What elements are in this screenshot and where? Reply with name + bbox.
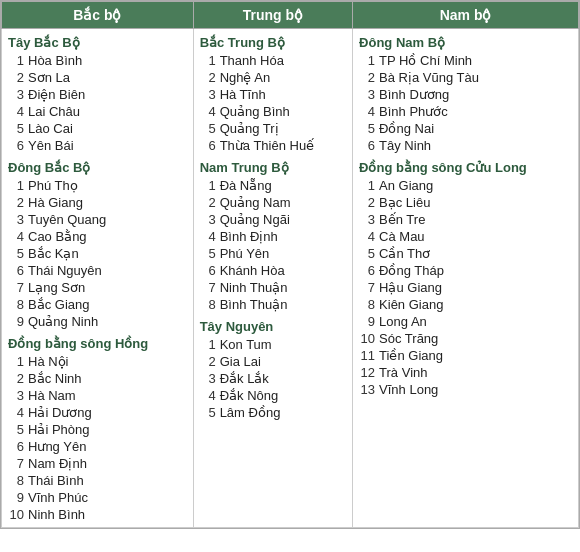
- list-item: 1Đà Nẵng: [200, 177, 346, 194]
- item-name: Bà Rịa Vũng Tàu: [379, 70, 479, 85]
- list-item: 1Thanh Hóa: [200, 52, 346, 69]
- item-name: Sơn La: [28, 70, 70, 85]
- main-table-container: Bắc bộ Trung bộ Nam bộ Tây Bắc Bộ1Hòa Bì…: [0, 0, 580, 529]
- list-item: 5Đồng Nai: [359, 120, 572, 137]
- item-number: 2: [8, 371, 24, 386]
- section-title: Đồng bằng sông Cửu Long: [359, 160, 572, 175]
- list-item: 3Hà Nam: [8, 387, 187, 404]
- item-name: Cần Thơ: [379, 246, 430, 261]
- item-number: 2: [359, 70, 375, 85]
- list-item: 7Hậu Giang: [359, 279, 572, 296]
- item-name: Quảng Bình: [220, 104, 290, 119]
- item-name: Hải Dương: [28, 405, 92, 420]
- item-name: Điện Biên: [28, 87, 85, 102]
- item-number: 6: [8, 263, 24, 278]
- item-name: Đắk Lắk: [220, 371, 269, 386]
- list-item: 6Khánh Hòa: [200, 262, 346, 279]
- item-number: 2: [200, 354, 216, 369]
- header-bac-bo: Bắc bộ: [2, 2, 194, 29]
- col-bac-bo: Tây Bắc Bộ1Hòa Bình2Sơn La3Điện Biên4Lai…: [2, 29, 194, 528]
- list-item: 6Thái Nguyên: [8, 262, 187, 279]
- col-nam-bo: Đông Nam Bộ1TP Hồ Chí Minh2Bà Rịa Vũng T…: [353, 29, 579, 528]
- item-name: Lạng Sơn: [28, 280, 85, 295]
- item-name: Bắc Kạn: [28, 246, 79, 261]
- list-item: 5Phú Yên: [200, 245, 346, 262]
- item-name: Tuyên Quang: [28, 212, 106, 227]
- item-number: 1: [8, 354, 24, 369]
- list-item: 4Quảng Bình: [200, 103, 346, 120]
- item-number: 10: [359, 331, 375, 346]
- list-item: 5Lâm Đồng: [200, 404, 346, 421]
- item-number: 9: [359, 314, 375, 329]
- list-item: 3Đắk Lắk: [200, 370, 346, 387]
- list-item: 1TP Hồ Chí Minh: [359, 52, 572, 69]
- item-number: 3: [200, 87, 216, 102]
- item-number: 9: [8, 490, 24, 505]
- item-number: 2: [8, 70, 24, 85]
- item-number: 2: [200, 70, 216, 85]
- list-item: 3Tuyên Quang: [8, 211, 187, 228]
- item-name: Hòa Bình: [28, 53, 82, 68]
- section-title: Nam Trung Bộ: [200, 160, 346, 175]
- item-name: Bình Thuận: [220, 297, 288, 312]
- item-number: 5: [200, 405, 216, 420]
- section-title: Tây Nguyên: [200, 319, 346, 334]
- item-number: 6: [200, 138, 216, 153]
- item-name: Lai Châu: [28, 104, 80, 119]
- item-number: 4: [200, 229, 216, 244]
- item-number: 6: [200, 263, 216, 278]
- list-item: 13Vĩnh Long: [359, 381, 572, 398]
- item-number: 3: [8, 388, 24, 403]
- item-name: Thái Nguyên: [28, 263, 102, 278]
- item-number: 11: [359, 348, 375, 363]
- item-number: 8: [8, 297, 24, 312]
- list-item: 7Nam Định: [8, 455, 187, 472]
- list-item: 9Quảng Ninh: [8, 313, 187, 330]
- list-item: 4Bình Phước: [359, 103, 572, 120]
- list-item: 6Yên Bái: [8, 137, 187, 154]
- item-number: 4: [359, 229, 375, 244]
- list-item: 4Bình Định: [200, 228, 346, 245]
- list-item: 7Ninh Thuận: [200, 279, 346, 296]
- item-number: 8: [359, 297, 375, 312]
- item-name: Hà Nội: [28, 354, 69, 369]
- list-item: 6Tây Ninh: [359, 137, 572, 154]
- item-name: Yên Bái: [28, 138, 74, 153]
- list-item: 2Gia Lai: [200, 353, 346, 370]
- item-name: Bắc Ninh: [28, 371, 82, 386]
- item-number: 4: [359, 104, 375, 119]
- item-number: 13: [359, 382, 375, 397]
- item-number: 7: [8, 456, 24, 471]
- item-name: Bình Dương: [379, 87, 449, 102]
- list-item: 5Hải Phòng: [8, 421, 187, 438]
- item-name: Nghệ An: [220, 70, 271, 85]
- item-number: 5: [8, 246, 24, 261]
- item-name: Thừa Thiên Huế: [220, 138, 315, 153]
- item-name: Bắc Giang: [28, 297, 89, 312]
- list-item: 5Lào Cai: [8, 120, 187, 137]
- item-name: Hà Nam: [28, 388, 76, 403]
- list-item: 10Sóc Trăng: [359, 330, 572, 347]
- item-name: Vĩnh Phúc: [28, 490, 88, 505]
- item-name: Ninh Bình: [28, 507, 85, 522]
- list-item: 3Bình Dương: [359, 86, 572, 103]
- item-number: 7: [200, 280, 216, 295]
- item-name: Hà Tĩnh: [220, 87, 266, 102]
- item-number: 4: [8, 405, 24, 420]
- list-item: 7Lạng Sơn: [8, 279, 187, 296]
- item-name: Lào Cai: [28, 121, 73, 136]
- list-item: 6Thừa Thiên Huế: [200, 137, 346, 154]
- item-number: 3: [200, 371, 216, 386]
- list-item: 8Bình Thuận: [200, 296, 346, 313]
- list-item: 10Ninh Bình: [8, 506, 187, 523]
- header-nam-bo: Nam bộ: [353, 2, 579, 29]
- item-number: 6: [8, 439, 24, 454]
- item-number: 5: [8, 121, 24, 136]
- item-number: 6: [359, 263, 375, 278]
- item-number: 8: [8, 473, 24, 488]
- item-number: 3: [359, 212, 375, 227]
- item-number: 1: [8, 178, 24, 193]
- item-name: Bình Định: [220, 229, 278, 244]
- list-item: 1An Giang: [359, 177, 572, 194]
- list-item: 2Bà Rịa Vũng Tàu: [359, 69, 572, 86]
